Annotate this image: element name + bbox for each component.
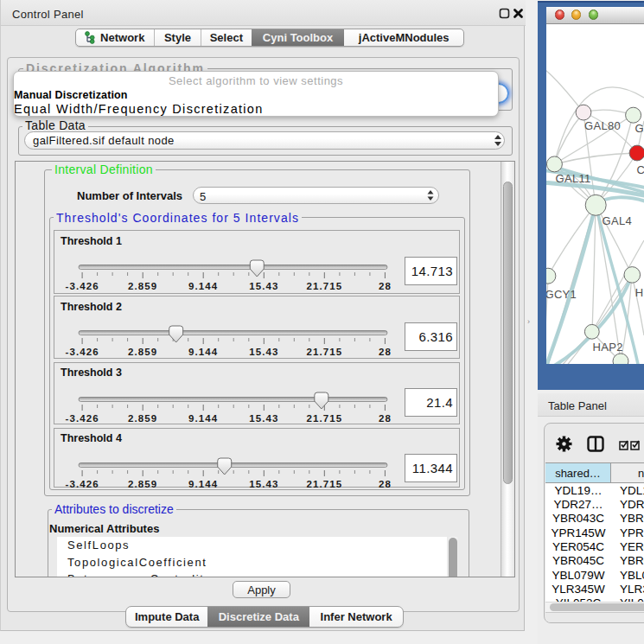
svg-text:21.715: 21.715 [306,479,342,489]
svg-text:H: H [635,286,644,299]
svg-text:HAP2: HAP2 [593,341,623,354]
svg-text:15.43: 15.43 [249,479,278,489]
svg-text:21.715: 21.715 [306,413,342,424]
svg-text:15.43: 15.43 [249,281,278,291]
svg-text:-3.426: -3.426 [65,347,99,357]
svg-text:GA: GA [635,122,644,135]
svg-text:-3.426: -3.426 [65,281,99,291]
svg-text:-3.426: -3.426 [65,479,99,489]
svg-text:-3.426: -3.426 [65,413,99,424]
svg-text:GAL80: GAL80 [584,119,621,132]
svg-text:9.144: 9.144 [188,413,218,424]
svg-text:21.715: 21.715 [306,347,342,357]
svg-text:2.859: 2.859 [128,281,157,291]
svg-text:2.859: 2.859 [128,413,157,424]
svg-text:GAL4: GAL4 [603,214,632,227]
svg-text:2.859: 2.859 [128,347,157,357]
svg-text:28: 28 [379,281,392,291]
svg-text:28: 28 [379,479,392,489]
svg-text:15.43: 15.43 [249,347,278,357]
svg-text:C: C [637,163,644,176]
svg-text:9.144: 9.144 [188,347,218,357]
svg-text:15.43: 15.43 [249,413,278,424]
svg-text:GCY1: GCY1 [546,288,577,301]
svg-text:21.715: 21.715 [306,281,342,291]
svg-text:28: 28 [379,413,392,424]
svg-text:2.859: 2.859 [128,479,157,489]
svg-text:9.144: 9.144 [188,281,218,291]
svg-text:9.144: 9.144 [188,479,218,489]
svg-text:28: 28 [379,347,392,357]
svg-text:GAL11: GAL11 [556,172,591,185]
